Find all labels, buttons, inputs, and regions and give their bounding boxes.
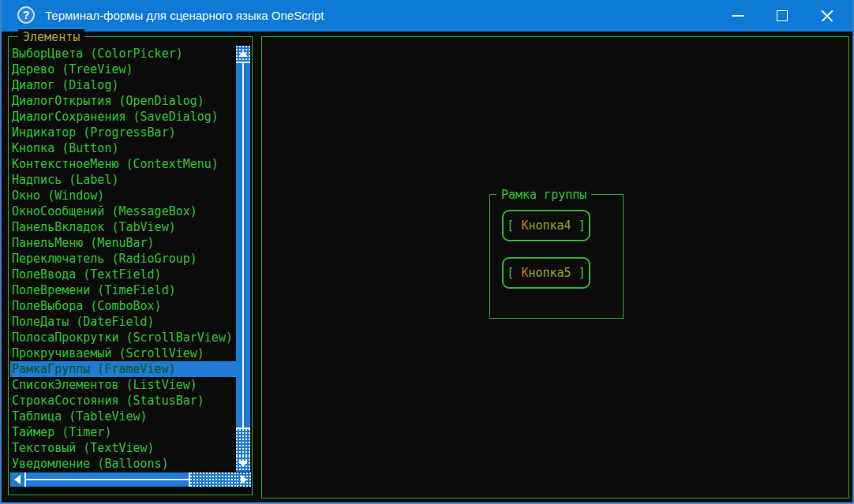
vertical-scrollbar-thumb[interactable] bbox=[236, 62, 250, 429]
arrow-right-icon bbox=[241, 475, 247, 484]
list-item-label: ПолеВыбора (ComboBox) bbox=[12, 299, 162, 313]
arrow-left-icon bbox=[14, 475, 21, 484]
list-item[interactable]: Таблица (TableView) bbox=[10, 409, 237, 424]
list-item-label: ПанельМеню (MenuBar) bbox=[12, 236, 155, 250]
button-hotkey: К bbox=[521, 266, 528, 280]
list-item-label: Текстовый (TextView) bbox=[12, 441, 155, 455]
button-knopka5[interactable]: [ Кнопка5 ] bbox=[502, 257, 590, 289]
list-item[interactable]: РамкаГруппы (FrameView) bbox=[10, 361, 237, 377]
app-window: ? Терминал-формы для сценарного языка On… bbox=[0, 0, 854, 504]
list-item-label: ПолеВремени (TimeField) bbox=[12, 283, 176, 297]
list-item[interactable]: ПанельВкладок (TabView) bbox=[10, 219, 237, 235]
maximize-icon bbox=[777, 10, 788, 21]
scroll-left-button[interactable] bbox=[10, 472, 24, 487]
elements-panel: Элементы ВыборЦвета (ColorPicker)Дерево … bbox=[8, 36, 253, 495]
list-item[interactable]: ПанельМеню (MenuBar) bbox=[10, 235, 237, 251]
list-item[interactable]: ПолеВвода (TextField) bbox=[10, 267, 237, 282]
list-item-label: Надпись (Label) bbox=[12, 173, 118, 187]
list-item-label: КонтекстноеМеню (ContextMenu) bbox=[12, 157, 219, 171]
list-item[interactable]: СтрокаСостояния (StatusBar) bbox=[10, 393, 237, 409]
button-bracket-open: [ bbox=[507, 218, 521, 233]
list-item-label: ДиалогСохранения (SaveDialog) bbox=[12, 110, 219, 124]
list-item[interactable]: СписокЭлементов (ListView) bbox=[10, 377, 237, 393]
list-item[interactable]: ОкноСообщений (MessageBox) bbox=[10, 203, 237, 219]
close-icon bbox=[820, 9, 834, 23]
list-item-label: ВыборЦвета (ColorPicker) bbox=[12, 47, 183, 61]
button-bracket-close: ] bbox=[571, 266, 586, 280]
list-item[interactable]: Диалог (Dialog) bbox=[10, 77, 237, 93]
button-bracket-open: [ bbox=[507, 266, 521, 280]
list-item-label: Индикатор (ProgressBar) bbox=[12, 125, 176, 140]
list-item[interactable]: Прокручиваемый (ScrollView) bbox=[10, 345, 237, 361]
list-item-label: Прокручиваемый (ScrollView) bbox=[12, 346, 204, 360]
arrow-up-icon bbox=[238, 50, 248, 57]
list-item[interactable]: Уведомление (Balloons) bbox=[10, 456, 237, 472]
button-knopka4[interactable]: [ Кнопка4 ] bbox=[502, 210, 590, 241]
scroll-right-button[interactable] bbox=[237, 472, 251, 487]
elements-panel-label: Элементы bbox=[18, 29, 84, 45]
list-item-label: ПолеВвода (TextField) bbox=[12, 267, 162, 282]
list-item[interactable]: ДиалогОткрытия (OpenDialog) bbox=[10, 93, 237, 109]
list-item[interactable]: ПолеДаты (DateField) bbox=[10, 314, 237, 330]
list-item-label: Окно (Window) bbox=[12, 189, 104, 203]
vertical-scrollbar-track[interactable] bbox=[236, 429, 250, 456]
list-item-label: Таймер (Timer) bbox=[12, 425, 111, 439]
list-item-label: Диалог (Dialog) bbox=[12, 78, 118, 92]
vertical-scrollbar bbox=[236, 46, 250, 472]
list-item-label: СтрокаСостояния (StatusBar) bbox=[12, 394, 204, 408]
list-item-label: Уведомление (Balloons) bbox=[12, 457, 169, 471]
list-item[interactable]: Текстовый (TextView) bbox=[10, 440, 237, 456]
horizontal-scrollbar-track[interactable] bbox=[190, 472, 237, 487]
list-item[interactable]: Таймер (Timer) bbox=[10, 424, 237, 440]
list-item-label: ОкноСообщений (MessageBox) bbox=[12, 204, 197, 218]
list-item[interactable]: ВыборЦвета (ColorPicker) bbox=[10, 46, 237, 62]
list-item-label: Переключатель (RadioGroup) bbox=[12, 252, 197, 266]
group-frame: Рамка группы [ Кнопка4 ] [ Кнопка5 ] bbox=[489, 194, 624, 319]
list-item-label: ПолосаПрокрутки (ScrollBarView) bbox=[12, 330, 233, 345]
list-item-label: Кнопка (Button) bbox=[12, 141, 118, 155]
group-frame-label: Рамка группы bbox=[496, 187, 591, 203]
button-label: нопка5 bbox=[528, 266, 571, 280]
help-icon: ? bbox=[17, 6, 35, 24]
preview-panel: Рамка группы [ Кнопка4 ] [ Кнопка5 ] bbox=[261, 36, 849, 498]
elements-list: ВыборЦвета (ColorPicker)Дерево (TreeView… bbox=[10, 46, 237, 472]
list-item-label: ДиалогОткрытия (OpenDialog) bbox=[12, 94, 204, 108]
list-item[interactable]: Индикатор (ProgressBar) bbox=[10, 125, 237, 140]
list-item[interactable]: ПолосаПрокрутки (ScrollBarView) bbox=[10, 330, 237, 345]
horizontal-scrollbar bbox=[10, 472, 251, 487]
list-item[interactable]: ДиалогСохранения (SaveDialog) bbox=[10, 109, 237, 125]
close-button[interactable] bbox=[809, 0, 845, 32]
horizontal-scrollbar-thumb[interactable] bbox=[24, 472, 190, 487]
list-item[interactable]: Кнопка (Button) bbox=[10, 140, 237, 156]
window-title: Терминал-формы для сценарного языка OneS… bbox=[45, 0, 324, 32]
list-item[interactable]: Переключатель (RadioGroup) bbox=[10, 251, 237, 267]
list-item[interactable]: Окно (Window) bbox=[10, 188, 237, 203]
list-item-label: РамкаГруппы (FrameView) bbox=[12, 362, 176, 376]
minimize-icon bbox=[732, 15, 744, 17]
minimize-button[interactable] bbox=[720, 0, 756, 32]
list-item-label: Таблица (TableView) bbox=[12, 409, 148, 424]
button-bracket-close: ] bbox=[571, 218, 586, 233]
list-item[interactable]: Надпись (Label) bbox=[10, 172, 237, 188]
list-item-label: Дерево (TreeView) bbox=[12, 62, 133, 77]
button-hotkey: К bbox=[521, 218, 528, 233]
list-item-label: ПолеДаты (DateField) bbox=[12, 315, 155, 329]
list-item[interactable]: ПолеВремени (TimeField) bbox=[10, 282, 237, 298]
scroll-up-button[interactable] bbox=[236, 46, 250, 62]
button-label: нопка4 bbox=[528, 218, 571, 233]
scroll-down-button[interactable] bbox=[236, 456, 250, 472]
list-item-label: СписокЭлементов (ListView) bbox=[12, 378, 197, 392]
list-item[interactable]: ПолеВыбора (ComboBox) bbox=[10, 298, 237, 314]
arrow-down-icon bbox=[238, 461, 248, 467]
list-item-label: ПанельВкладок (TabView) bbox=[12, 220, 176, 234]
list-item[interactable]: КонтекстноеМеню (ContextMenu) bbox=[10, 156, 237, 172]
title-bar: ? Терминал-формы для сценарного языка On… bbox=[0, 0, 854, 32]
list-item[interactable]: Дерево (TreeView) bbox=[10, 62, 237, 77]
maximize-button[interactable] bbox=[764, 0, 800, 32]
